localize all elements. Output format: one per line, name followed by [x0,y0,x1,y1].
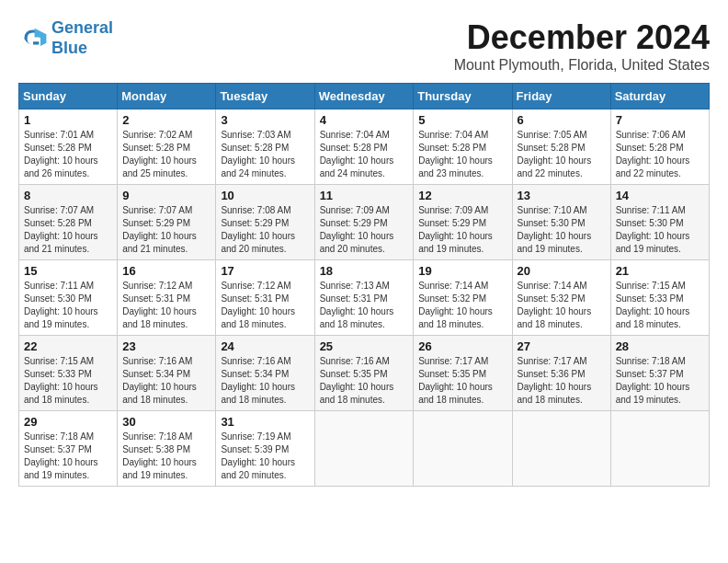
day-info: Sunrise: 7:02 AMSunset: 5:28 PMDaylight:… [122,130,197,178]
day-info: Sunrise: 7:04 AMSunset: 5:28 PMDaylight:… [320,130,394,178]
page-header: General Blue December 2024 Mount Plymout… [18,18,710,74]
day-info: Sunrise: 7:16 AMSunset: 5:35 PMDaylight:… [320,356,394,405]
calendar-cell: 7 Sunrise: 7:06 AMSunset: 5:28 PMDayligh… [610,109,709,185]
calendar-cell: 18 Sunrise: 7:13 AMSunset: 5:31 PMDaylig… [314,260,414,336]
calendar-cell: 9 Sunrise: 7:07 AMSunset: 5:29 PMDayligh… [118,185,216,260]
day-number: 24 [221,339,309,353]
calendar-cell: 1 Sunrise: 7:01 AMSunset: 5:28 PMDayligh… [19,109,118,185]
calendar-cell: 28 Sunrise: 7:18 AMSunset: 5:37 PMDaylig… [610,336,709,411]
calendar-week-1: 8 Sunrise: 7:07 AMSunset: 5:28 PMDayligh… [19,185,710,260]
day-info: Sunrise: 7:10 AMSunset: 5:30 PMDaylight:… [518,205,592,254]
calendar-week-0: 1 Sunrise: 7:01 AMSunset: 5:28 PMDayligh… [19,109,710,185]
day-info: Sunrise: 7:11 AMSunset: 5:30 PMDaylight:… [24,281,98,329]
calendar-cell [314,411,414,487]
calendar-cell: 26 Sunrise: 7:17 AMSunset: 5:35 PMDaylig… [414,336,512,411]
calendar-cell: 4 Sunrise: 7:04 AMSunset: 5:28 PMDayligh… [314,109,414,185]
calendar-cell: 14 Sunrise: 7:11 AMSunset: 5:30 PMDaylig… [610,185,709,260]
day-info: Sunrise: 7:15 AMSunset: 5:33 PMDaylight:… [616,281,690,329]
day-info: Sunrise: 7:19 AMSunset: 5:39 PMDaylight:… [221,431,295,480]
day-info: Sunrise: 7:05 AMSunset: 5:28 PMDaylight:… [518,130,592,178]
calendar-cell [512,411,610,487]
calendar-subtitle: Mount Plymouth, Florida, United States [454,57,710,74]
day-info: Sunrise: 7:16 AMSunset: 5:34 PMDaylight:… [221,356,295,405]
calendar-table: SundayMondayTuesdayWednesdayThursdayFrid… [18,83,710,487]
day-number: 6 [518,113,606,127]
day-info: Sunrise: 7:18 AMSunset: 5:38 PMDaylight:… [122,431,197,480]
calendar-cell: 21 Sunrise: 7:15 AMSunset: 5:33 PMDaylig… [610,260,709,336]
day-info: Sunrise: 7:17 AMSunset: 5:35 PMDaylight:… [418,356,493,405]
day-number: 11 [320,189,409,202]
day-number: 12 [418,189,506,202]
day-info: Sunrise: 7:07 AMSunset: 5:29 PMDaylight:… [122,205,197,254]
calendar-week-2: 15 Sunrise: 7:11 AMSunset: 5:30 PMDaylig… [19,260,710,336]
day-info: Sunrise: 7:11 AMSunset: 5:30 PMDaylight:… [616,205,690,254]
day-number: 8 [24,189,112,202]
day-number: 13 [518,189,606,202]
day-number: 19 [418,264,506,278]
day-info: Sunrise: 7:09 AMSunset: 5:29 PMDaylight:… [320,205,394,254]
calendar-title: December 2024 [454,18,710,57]
day-number: 17 [221,264,309,278]
day-number: 25 [320,339,409,353]
weekday-header-monday: Monday [118,84,216,109]
day-info: Sunrise: 7:04 AMSunset: 5:28 PMDaylight:… [418,130,493,178]
day-info: Sunrise: 7:01 AMSunset: 5:28 PMDaylight:… [24,130,98,178]
day-number: 28 [616,339,704,353]
day-info: Sunrise: 7:18 AMSunset: 5:37 PMDaylight:… [24,431,98,480]
calendar-cell: 11 Sunrise: 7:09 AMSunset: 5:29 PMDaylig… [314,185,414,260]
calendar-body: 1 Sunrise: 7:01 AMSunset: 5:28 PMDayligh… [19,109,710,487]
calendar-cell [414,411,512,487]
day-info: Sunrise: 7:12 AMSunset: 5:31 PMDaylight:… [221,281,295,329]
weekday-header-tuesday: Tuesday [216,84,314,109]
day-number: 14 [616,189,704,202]
calendar-cell: 13 Sunrise: 7:10 AMSunset: 5:30 PMDaylig… [512,185,610,260]
day-number: 27 [518,339,606,353]
day-info: Sunrise: 7:07 AMSunset: 5:28 PMDaylight:… [24,205,98,254]
day-info: Sunrise: 7:08 AMSunset: 5:29 PMDaylight:… [221,205,295,254]
calendar-cell: 5 Sunrise: 7:04 AMSunset: 5:28 PMDayligh… [414,109,512,185]
calendar-cell: 30 Sunrise: 7:18 AMSunset: 5:38 PMDaylig… [118,411,216,487]
day-number: 29 [24,415,112,429]
calendar-cell: 27 Sunrise: 7:17 AMSunset: 5:36 PMDaylig… [512,336,610,411]
calendar-cell: 17 Sunrise: 7:12 AMSunset: 5:31 PMDaylig… [216,260,314,336]
calendar-cell: 25 Sunrise: 7:16 AMSunset: 5:35 PMDaylig… [314,336,414,411]
weekday-header-thursday: Thursday [414,84,512,109]
day-info: Sunrise: 7:16 AMSunset: 5:34 PMDaylight:… [122,356,197,405]
day-number: 15 [24,264,112,278]
calendar-cell: 8 Sunrise: 7:07 AMSunset: 5:28 PMDayligh… [19,185,118,260]
day-number: 26 [418,339,506,353]
logo-line2: Blue [51,39,87,57]
title-block: December 2024 Mount Plymouth, Florida, U… [454,18,710,74]
day-number: 18 [320,264,409,278]
calendar-week-4: 29 Sunrise: 7:18 AMSunset: 5:37 PMDaylig… [19,411,710,487]
day-number: 1 [24,113,112,127]
calendar-cell: 15 Sunrise: 7:11 AMSunset: 5:30 PMDaylig… [19,260,118,336]
calendar-cell: 20 Sunrise: 7:14 AMSunset: 5:32 PMDaylig… [512,260,610,336]
calendar-cell: 16 Sunrise: 7:12 AMSunset: 5:31 PMDaylig… [118,260,216,336]
calendar-cell [610,411,709,487]
weekday-header-row: SundayMondayTuesdayWednesdayThursdayFrid… [19,84,710,109]
day-number: 22 [24,339,112,353]
day-info: Sunrise: 7:09 AMSunset: 5:29 PMDaylight:… [418,205,493,254]
calendar-cell: 12 Sunrise: 7:09 AMSunset: 5:29 PMDaylig… [414,185,512,260]
day-number: 7 [616,113,704,127]
day-number: 20 [518,264,606,278]
day-number: 23 [122,339,210,353]
calendar-cell: 24 Sunrise: 7:16 AMSunset: 5:34 PMDaylig… [216,336,314,411]
calendar-cell: 22 Sunrise: 7:15 AMSunset: 5:33 PMDaylig… [19,336,118,411]
calendar-cell: 29 Sunrise: 7:18 AMSunset: 5:37 PMDaylig… [19,411,118,487]
logo-icon [18,24,48,53]
day-number: 16 [122,264,210,278]
day-number: 30 [122,415,210,429]
calendar-cell: 2 Sunrise: 7:02 AMSunset: 5:28 PMDayligh… [118,109,216,185]
day-number: 9 [122,189,210,202]
weekday-header-friday: Friday [512,84,610,109]
day-info: Sunrise: 7:14 AMSunset: 5:32 PMDaylight:… [518,281,592,329]
day-info: Sunrise: 7:12 AMSunset: 5:31 PMDaylight:… [122,281,197,329]
logo-text: General Blue [51,18,113,58]
calendar-cell: 3 Sunrise: 7:03 AMSunset: 5:28 PMDayligh… [216,109,314,185]
calendar-week-3: 22 Sunrise: 7:15 AMSunset: 5:33 PMDaylig… [19,336,710,411]
day-info: Sunrise: 7:13 AMSunset: 5:31 PMDaylight:… [320,281,394,329]
day-info: Sunrise: 7:03 AMSunset: 5:28 PMDaylight:… [221,130,295,178]
day-info: Sunrise: 7:15 AMSunset: 5:33 PMDaylight:… [24,356,98,405]
